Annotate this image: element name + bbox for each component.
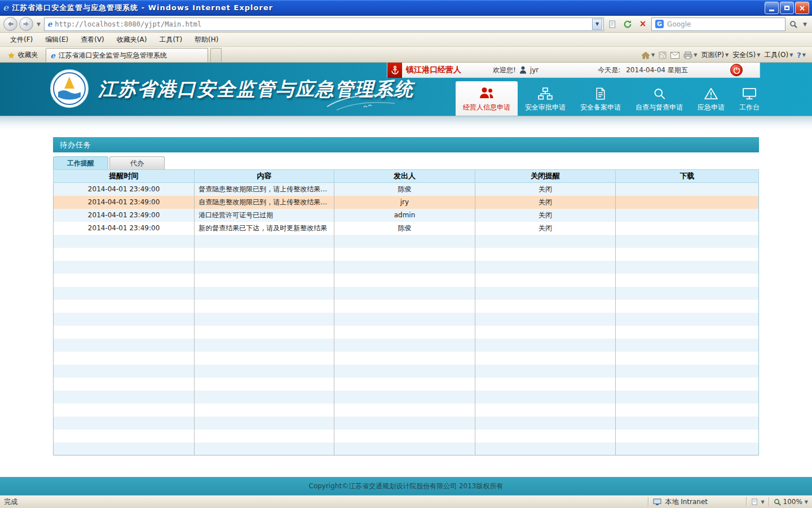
forward-button[interactable] <box>19 17 33 31</box>
close-reminder-link[interactable]: 关闭 <box>475 183 616 196</box>
cell-content: 自查隐患整改期限已到，请上传整改结果… <box>195 196 334 209</box>
cell-time <box>54 313 195 326</box>
tools-menu-label: 工具(O) <box>764 50 788 60</box>
maximize-button[interactable] <box>780 2 794 14</box>
nav-operator-info[interactable]: 经营人信息申请 <box>456 81 518 116</box>
cell-time <box>54 274 195 287</box>
menu-view[interactable]: 查看(V) <box>75 33 110 46</box>
anchor-icon <box>387 63 402 78</box>
cell-sender <box>334 235 475 248</box>
refresh-button[interactable] <box>621 17 634 31</box>
search-options-dropdown[interactable]: ▼ <box>801 21 809 27</box>
back-button[interactable] <box>3 17 17 31</box>
close-reminder-link <box>475 287 616 300</box>
nav-emergency[interactable]: 应急申请 <box>690 84 732 116</box>
menu-favorites[interactable]: 收藏夹(A) <box>111 33 153 46</box>
help-button[interactable]: ?▼ <box>797 51 806 59</box>
menu-edit[interactable]: 编辑(E) <box>39 33 74 46</box>
title-bar: e 江苏省港口安全监管与应急管理系统 - Windows Internet Ex… <box>0 0 812 16</box>
search-box[interactable]: G Google <box>651 17 785 31</box>
close-reminder-link <box>475 339 616 352</box>
welcome-label: 欢迎您! <box>493 65 516 75</box>
tab-work-reminder[interactable]: 工作提醒 <box>53 156 108 169</box>
status-bar: 完成 本地 Intranet ▼ 100% ▼ <box>0 495 812 508</box>
page-icon: e <box>47 20 52 28</box>
zoom-control[interactable]: 100% ▼ <box>774 498 808 506</box>
welcome-group: 欢迎您! jyr <box>493 65 539 75</box>
nav-safety-approval[interactable]: 安全审批申请 <box>518 84 573 116</box>
cell-content <box>195 326 334 339</box>
zone-label: 本地 Intranet <box>665 497 708 507</box>
nav-inspection[interactable]: 自查与督查申请 <box>628 84 690 116</box>
org-chart-icon <box>537 87 553 100</box>
browser-tab[interactable]: e 江苏省港口安全监管与应急管理系统 <box>46 48 208 62</box>
tab-agency[interactable]: 代办 <box>109 156 165 169</box>
cell-download <box>616 209 759 222</box>
favorites-button[interactable]: ★ 收藏夹 <box>3 48 43 62</box>
users-icon <box>478 86 495 100</box>
tools-menu-button[interactable]: 工具(O)▼ <box>764 50 793 60</box>
compatibility-view-button[interactable] <box>606 17 619 31</box>
task-table: 提醒时间 内容 发出人 关闭提醒 下载 2014-04-01 23:49:00督… <box>53 169 759 456</box>
safety-menu-button[interactable]: 安全(S)▼ <box>732 50 760 60</box>
empty-row <box>54 235 759 248</box>
search-button[interactable] <box>787 17 800 31</box>
search-input[interactable]: Google <box>667 20 691 28</box>
protected-mode-button[interactable]: ▼ <box>751 498 764 506</box>
cell-content <box>195 248 334 261</box>
status-text: 完成 <box>4 497 644 507</box>
address-dropdown[interactable]: ▼ <box>592 19 602 30</box>
logout-button[interactable] <box>730 64 743 76</box>
site-header: 江苏省港口安全监管与应急管理系统 镇江港口经营人 欢 <box>0 63 812 116</box>
cell-download <box>616 248 759 261</box>
close-reminder-link[interactable]: 关闭 <box>475 222 616 235</box>
date-value: 2014-04-04 星期五 <box>626 65 688 75</box>
close-reminder-link[interactable]: 关闭 <box>475 209 616 222</box>
cell-sender <box>334 313 475 326</box>
cell-time <box>54 352 195 365</box>
close-reminder-link <box>475 430 616 443</box>
stop-button[interactable]: × <box>636 17 650 31</box>
cell-sender <box>334 261 475 274</box>
print-button[interactable]: ▼ <box>683 51 697 59</box>
page-content: 待办任务 工作提醒 代办 提醒时间 内容 发出人 关闭提醒 下载 <box>0 130 812 477</box>
new-tab-button[interactable] <box>210 48 222 62</box>
close-button[interactable]: × <box>795 2 809 14</box>
cell-sender <box>334 404 475 417</box>
favorites-label: 收藏夹 <box>18 50 38 60</box>
feeds-button[interactable] <box>659 51 667 59</box>
magnifier-icon <box>652 87 667 100</box>
date-label: 今天是: <box>598 65 620 75</box>
table-header-row: 提醒时间 内容 发出人 关闭提醒 下载 <box>54 170 759 183</box>
address-bar[interactable]: e http://localhost:8080/yjpt/Main.html ▼ <box>44 17 604 31</box>
cell-sender <box>334 274 475 287</box>
task-row: 2014-04-01 23:49:00港口经营许可证号已过期admin关闭 <box>54 209 759 222</box>
close-reminder-link <box>475 300 616 313</box>
nav-workbench[interactable]: 工作台 <box>732 84 767 116</box>
mail-icon <box>670 52 679 59</box>
zoom-page-icon <box>751 498 758 506</box>
recent-pages-dropdown[interactable]: ▼ <box>35 21 42 27</box>
menu-tools[interactable]: 工具(T) <box>153 33 188 46</box>
task-row: 2014-04-01 23:49:00新的督查结果已下达，请及时更新整改结果陈俊… <box>54 222 759 235</box>
close-reminder-link <box>475 404 616 417</box>
cell-content: 港口经营许可证号已过期 <box>195 209 334 222</box>
username: jyr <box>530 66 539 74</box>
nav-safety-record[interactable]: 安全备案申请 <box>573 84 628 116</box>
home-button[interactable]: ▼ <box>641 51 655 59</box>
menu-file[interactable]: 文件(F) <box>5 33 38 46</box>
read-mail-button[interactable] <box>670 52 679 59</box>
compatibility-icon <box>608 20 616 28</box>
minimize-button[interactable] <box>765 2 779 14</box>
col-download: 下载 <box>616 170 759 183</box>
intranet-icon <box>653 498 661 506</box>
star-icon: ★ <box>8 51 15 59</box>
empty-row <box>54 430 759 443</box>
close-reminder-link[interactable]: 关闭 <box>475 196 616 209</box>
close-reminder-link <box>475 391 616 404</box>
close-reminder-link <box>475 365 616 378</box>
menu-help[interactable]: 帮助(H) <box>189 33 224 46</box>
page-menu-button[interactable]: 页面(P)▼ <box>701 50 729 60</box>
cell-time <box>54 378 195 391</box>
cell-time <box>54 443 195 456</box>
